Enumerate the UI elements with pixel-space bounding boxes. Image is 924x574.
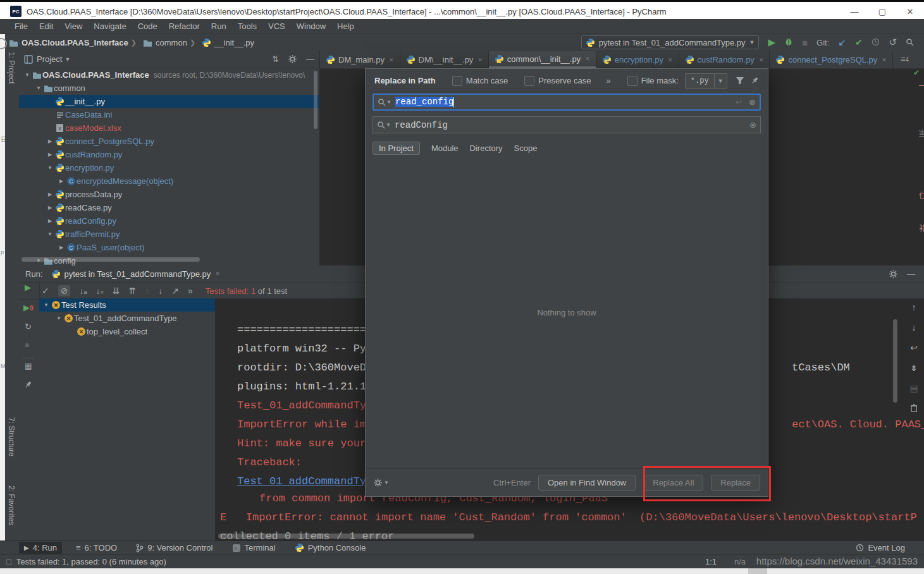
hide-panel-icon[interactable]: —: [907, 269, 915, 279]
tree-arrow-icon[interactable]: ▼: [46, 231, 54, 237]
tree-item[interactable]: xcaseModel.xlsx: [19, 121, 319, 135]
run-config-select[interactable]: pytest in Test_01_addCommandType.py ▼: [581, 35, 760, 49]
stripe-project[interactable]: 1: Project: [7, 52, 16, 84]
tree-item[interactable]: ▶readCase.py: [19, 201, 319, 214]
toolwindow-button-terminal[interactable]: >_Terminal: [227, 542, 281, 554]
editor-tab[interactable]: common\__init__.py✕: [489, 51, 596, 68]
sort-by-duration-icon[interactable]: ↓≡: [95, 286, 103, 296]
gear-icon[interactable]: [373, 478, 383, 487]
tree-arrow-icon[interactable]: ▼: [23, 72, 32, 78]
tree-arrow-icon[interactable]: ▶: [57, 178, 66, 184]
filter-icon[interactable]: [736, 76, 744, 85]
scroll-to-end-icon[interactable]: ⇟: [910, 363, 918, 373]
preserve-case-option[interactable]: Preserve case: [524, 76, 591, 86]
tree-arrow-icon[interactable]: ▶: [46, 138, 54, 144]
scope-tab-module[interactable]: Module: [431, 144, 459, 153]
soft-wrap-icon[interactable]: ↩: [910, 343, 918, 353]
scope-tab-directory[interactable]: Directory: [470, 144, 503, 153]
git-rollback-icon[interactable]: ↺: [889, 37, 897, 48]
toolwindow-button-9-version-control[interactable]: 9: Version Control: [131, 542, 218, 554]
close-icon[interactable]: ✕: [477, 57, 483, 63]
breadcrumb-item[interactable]: __init__.py: [202, 38, 254, 47]
tree-item[interactable]: __init__.py: [19, 95, 319, 108]
search-icon[interactable]: [377, 121, 385, 129]
menu-item-code[interactable]: Code: [132, 21, 163, 31]
scroll-up-icon[interactable]: ↑: [912, 302, 916, 312]
menu-item-edit[interactable]: Edit: [34, 21, 59, 31]
tree-item[interactable]: ▼encryption.py: [19, 161, 319, 174]
show-ignored-icon[interactable]: ⊘: [58, 285, 71, 296]
stop-button[interactable]: ■: [25, 341, 29, 350]
tree-item[interactable]: ▶connect_PostgreSQL.py: [19, 135, 319, 148]
encoding-indicator[interactable]: n/a: [734, 557, 746, 566]
console-vertical-scrollbar[interactable]: [893, 319, 897, 403]
pin-icon[interactable]: [24, 381, 32, 391]
caret-position[interactable]: 1:1: [705, 557, 717, 566]
tree-item[interactable]: ▼OAS.Cloud.PAAS_Interfacesources root, D…: [19, 68, 319, 82]
close-icon[interactable]: ✕: [882, 57, 887, 63]
layout-settings-icon[interactable]: ▦: [25, 362, 32, 370]
close-icon[interactable]: ✕: [668, 57, 673, 63]
tree-item[interactable]: ▶CPaaS_user(object): [19, 241, 319, 254]
close-icon[interactable]: ✕: [215, 271, 220, 277]
collapse-all-icon[interactable]: ⇅: [272, 54, 279, 64]
gear-icon[interactable]: [889, 269, 898, 279]
maximize-button[interactable]: ▢: [868, 7, 896, 16]
git-update-icon[interactable]: ↙: [838, 37, 846, 48]
stripe-favorites[interactable]: 2: Favorites: [7, 485, 16, 525]
debug-button[interactable]: [784, 37, 793, 48]
console-link[interactable]: Test_01_addCommandType: [237, 475, 384, 487]
editor-tab[interactable]: encryption.py✕: [596, 51, 679, 68]
stripe-structure[interactable]: 7: Structure: [7, 417, 16, 456]
minimize-button[interactable]: —: [841, 7, 868, 16]
project-horizontal-scrollbar[interactable]: [22, 257, 200, 262]
new-line-icon[interactable]: ↵: [736, 97, 742, 107]
show-passed-icon[interactable]: ✓: [42, 286, 49, 296]
close-button[interactable]: ✕: [896, 7, 924, 16]
menu-item-tools[interactable]: Tools: [232, 21, 262, 31]
run-tab-label[interactable]: pytest in Test_01_addCommandType.py: [64, 269, 211, 279]
menu-item-run[interactable]: Run: [206, 21, 232, 31]
editor-tab[interactable]: DM_main.py✕: [320, 51, 400, 68]
git-commit-icon[interactable]: ✔: [855, 37, 863, 48]
open-in-find-window-button[interactable]: Open in Find Window: [538, 475, 636, 491]
tree-item[interactable]: ▶readConfig.py: [19, 214, 319, 228]
project-vertical-scrollbar[interactable]: [314, 71, 317, 129]
clear-icon[interactable]: ⊗: [749, 120, 756, 130]
print-icon[interactable]: ▤: [909, 383, 918, 393]
console-horizontal-scrollbar[interactable]: [218, 534, 474, 539]
close-icon[interactable]: ✕: [759, 57, 764, 63]
editor-tab[interactable]: DM\__init__.py✕: [400, 51, 489, 68]
tree-item[interactable]: ▶CencryptedMessage(object): [19, 174, 319, 188]
toolwindow-toggle-icon[interactable]: □: [6, 557, 11, 566]
tree-arrow-icon[interactable]: ▶: [57, 245, 66, 250]
export-results-icon[interactable]: ↗: [171, 286, 179, 296]
menu-item-help[interactable]: Help: [331, 21, 360, 31]
clear-icon[interactable]: ⊗: [749, 97, 756, 107]
menu-item-window[interactable]: Window: [291, 21, 331, 31]
stop-button[interactable]: ■: [802, 37, 808, 48]
tree-arrow-icon[interactable]: ▼: [54, 315, 63, 321]
scope-tab-scope[interactable]: Scope: [514, 144, 538, 153]
tree-arrow-icon[interactable]: ▶: [46, 218, 54, 224]
rerun-failed-tests-button[interactable]: ▶9: [23, 303, 34, 312]
test-tree-item[interactable]: ▼✕Test_01_addCommandType: [39, 312, 234, 325]
chevron-down-icon[interactable]: ▼: [65, 56, 70, 63]
expand-all-icon[interactable]: ⇊: [113, 286, 120, 296]
editor-tab[interactable]: connect_PostgreSQL.py✕: [770, 51, 892, 68]
tree-item[interactable]: ▶custRandom.py: [19, 148, 319, 161]
scope-tab-in-project[interactable]: In Project: [373, 142, 420, 155]
project-view-title[interactable]: Project: [37, 54, 62, 64]
file-mask-select[interactable]: *.py▼: [685, 73, 727, 89]
menu-item-navigate[interactable]: Navigate: [88, 21, 132, 31]
tree-arrow-icon[interactable]: ▼: [42, 302, 51, 308]
search-icon[interactable]: [378, 98, 386, 106]
tree-item[interactable]: ▶processData.py: [19, 188, 319, 201]
tree-arrow-icon[interactable]: ▶: [46, 192, 54, 197]
file-mask-checkbox[interactable]: [627, 76, 638, 86]
clear-all-icon[interactable]: [910, 403, 918, 412]
search-everywhere-icon[interactable]: [906, 37, 914, 48]
test-tree-item[interactable]: ▼✕Test Results: [39, 298, 234, 312]
replace-input[interactable]: ▼ readConfig ⊗: [373, 116, 761, 133]
search-input[interactable]: ▼ read_config ↵ ⊗: [373, 94, 761, 111]
